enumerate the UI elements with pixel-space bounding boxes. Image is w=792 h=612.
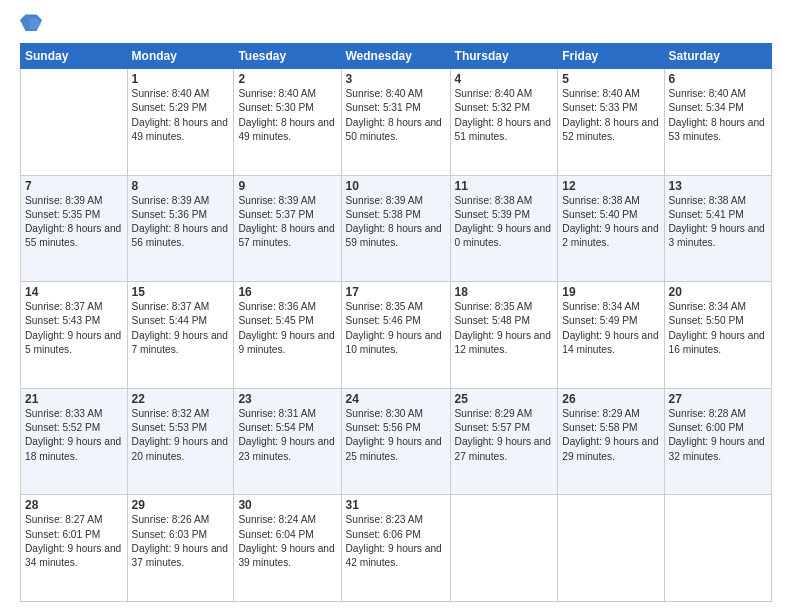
day-info: Sunrise: 8:31 AM Sunset: 5:54 PM Dayligh… — [238, 407, 336, 464]
sunset-text: Sunset: 5:43 PM — [25, 315, 100, 326]
sunset-text: Sunset: 5:41 PM — [669, 209, 744, 220]
sunset-text: Sunset: 5:53 PM — [132, 422, 207, 433]
day-info: Sunrise: 8:39 AM Sunset: 5:35 PM Dayligh… — [25, 194, 123, 251]
daylight-text: Daylight: 9 hours and 2 minutes. — [562, 223, 658, 248]
header — [20, 15, 772, 35]
sunset-text: Sunset: 5:58 PM — [562, 422, 637, 433]
daylight-text: Daylight: 9 hours and 0 minutes. — [455, 223, 551, 248]
day-number: 4 — [455, 72, 554, 86]
day-number: 25 — [455, 392, 554, 406]
daylight-text: Daylight: 9 hours and 27 minutes. — [455, 436, 551, 461]
calendar-day-cell: 12 Sunrise: 8:38 AM Sunset: 5:40 PM Dayl… — [558, 175, 664, 282]
weekday-header: Saturday — [664, 44, 772, 69]
sunrise-text: Sunrise: 8:39 AM — [346, 195, 424, 206]
calendar-day-cell: 28 Sunrise: 8:27 AM Sunset: 6:01 PM Dayl… — [21, 495, 128, 602]
calendar-day-cell: 21 Sunrise: 8:33 AM Sunset: 5:52 PM Dayl… — [21, 388, 128, 495]
calendar-day-cell: 26 Sunrise: 8:29 AM Sunset: 5:58 PM Dayl… — [558, 388, 664, 495]
day-info: Sunrise: 8:29 AM Sunset: 5:58 PM Dayligh… — [562, 407, 659, 464]
daylight-text: Daylight: 8 hours and 53 minutes. — [669, 117, 765, 142]
day-number: 2 — [238, 72, 336, 86]
calendar-day-cell: 2 Sunrise: 8:40 AM Sunset: 5:30 PM Dayli… — [234, 69, 341, 176]
day-info: Sunrise: 8:34 AM Sunset: 5:49 PM Dayligh… — [562, 300, 659, 357]
day-info: Sunrise: 8:37 AM Sunset: 5:43 PM Dayligh… — [25, 300, 123, 357]
calendar-day-cell: 8 Sunrise: 8:39 AM Sunset: 5:36 PM Dayli… — [127, 175, 234, 282]
daylight-text: Daylight: 9 hours and 10 minutes. — [346, 330, 442, 355]
sunset-text: Sunset: 5:33 PM — [562, 102, 637, 113]
day-info: Sunrise: 8:27 AM Sunset: 6:01 PM Dayligh… — [25, 513, 123, 570]
day-number: 29 — [132, 498, 230, 512]
calendar-day-cell: 25 Sunrise: 8:29 AM Sunset: 5:57 PM Dayl… — [450, 388, 558, 495]
sunrise-text: Sunrise: 8:27 AM — [25, 514, 103, 525]
day-info: Sunrise: 8:30 AM Sunset: 5:56 PM Dayligh… — [346, 407, 446, 464]
sunrise-text: Sunrise: 8:39 AM — [25, 195, 103, 206]
calendar-day-cell: 22 Sunrise: 8:32 AM Sunset: 5:53 PM Dayl… — [127, 388, 234, 495]
day-info: Sunrise: 8:33 AM Sunset: 5:52 PM Dayligh… — [25, 407, 123, 464]
calendar-day-cell: 15 Sunrise: 8:37 AM Sunset: 5:44 PM Dayl… — [127, 282, 234, 389]
sunrise-text: Sunrise: 8:40 AM — [455, 88, 533, 99]
day-number: 18 — [455, 285, 554, 299]
sunset-text: Sunset: 5:52 PM — [25, 422, 100, 433]
sunset-text: Sunset: 5:40 PM — [562, 209, 637, 220]
sunrise-text: Sunrise: 8:39 AM — [238, 195, 316, 206]
daylight-text: Daylight: 9 hours and 32 minutes. — [669, 436, 765, 461]
day-number: 26 — [562, 392, 659, 406]
sunrise-text: Sunrise: 8:26 AM — [132, 514, 210, 525]
day-number: 30 — [238, 498, 336, 512]
sunrise-text: Sunrise: 8:33 AM — [25, 408, 103, 419]
sunrise-text: Sunrise: 8:40 AM — [562, 88, 640, 99]
page: SundayMondayTuesdayWednesdayThursdayFrid… — [0, 0, 792, 612]
day-number: 9 — [238, 179, 336, 193]
sunset-text: Sunset: 6:06 PM — [346, 529, 421, 540]
daylight-text: Daylight: 8 hours and 57 minutes. — [238, 223, 334, 248]
sunset-text: Sunset: 6:00 PM — [669, 422, 744, 433]
daylight-text: Daylight: 9 hours and 20 minutes. — [132, 436, 228, 461]
day-number: 15 — [132, 285, 230, 299]
day-number: 22 — [132, 392, 230, 406]
logo-icon — [20, 13, 42, 35]
calendar-header-row: SundayMondayTuesdayWednesdayThursdayFrid… — [21, 44, 772, 69]
day-number: 3 — [346, 72, 446, 86]
logo — [20, 15, 44, 35]
day-info: Sunrise: 8:38 AM Sunset: 5:40 PM Dayligh… — [562, 194, 659, 251]
day-info: Sunrise: 8:36 AM Sunset: 5:45 PM Dayligh… — [238, 300, 336, 357]
sunrise-text: Sunrise: 8:40 AM — [669, 88, 747, 99]
daylight-text: Daylight: 9 hours and 5 minutes. — [25, 330, 121, 355]
day-number: 8 — [132, 179, 230, 193]
calendar-day-cell: 31 Sunrise: 8:23 AM Sunset: 6:06 PM Dayl… — [341, 495, 450, 602]
daylight-text: Daylight: 9 hours and 25 minutes. — [346, 436, 442, 461]
calendar-day-cell: 24 Sunrise: 8:30 AM Sunset: 5:56 PM Dayl… — [341, 388, 450, 495]
sunset-text: Sunset: 5:57 PM — [455, 422, 530, 433]
sunrise-text: Sunrise: 8:29 AM — [455, 408, 533, 419]
day-number: 19 — [562, 285, 659, 299]
calendar-day-cell: 7 Sunrise: 8:39 AM Sunset: 5:35 PM Dayli… — [21, 175, 128, 282]
sunset-text: Sunset: 5:29 PM — [132, 102, 207, 113]
day-number: 17 — [346, 285, 446, 299]
daylight-text: Daylight: 8 hours and 49 minutes. — [132, 117, 228, 142]
sunrise-text: Sunrise: 8:38 AM — [455, 195, 533, 206]
sunset-text: Sunset: 5:31 PM — [346, 102, 421, 113]
sunset-text: Sunset: 5:37 PM — [238, 209, 313, 220]
calendar-week-row: 21 Sunrise: 8:33 AM Sunset: 5:52 PM Dayl… — [21, 388, 772, 495]
sunset-text: Sunset: 5:32 PM — [455, 102, 530, 113]
day-info: Sunrise: 8:39 AM Sunset: 5:36 PM Dayligh… — [132, 194, 230, 251]
day-info: Sunrise: 8:40 AM Sunset: 5:30 PM Dayligh… — [238, 87, 336, 144]
day-number: 27 — [669, 392, 768, 406]
day-number: 31 — [346, 498, 446, 512]
calendar-day-cell: 17 Sunrise: 8:35 AM Sunset: 5:46 PM Dayl… — [341, 282, 450, 389]
daylight-text: Daylight: 9 hours and 12 minutes. — [455, 330, 551, 355]
day-info: Sunrise: 8:32 AM Sunset: 5:53 PM Dayligh… — [132, 407, 230, 464]
day-info: Sunrise: 8:35 AM Sunset: 5:46 PM Dayligh… — [346, 300, 446, 357]
daylight-text: Daylight: 9 hours and 16 minutes. — [669, 330, 765, 355]
sunset-text: Sunset: 5:46 PM — [346, 315, 421, 326]
sunset-text: Sunset: 5:56 PM — [346, 422, 421, 433]
daylight-text: Daylight: 9 hours and 3 minutes. — [669, 223, 765, 248]
calendar-day-cell: 10 Sunrise: 8:39 AM Sunset: 5:38 PM Dayl… — [341, 175, 450, 282]
calendar-week-row: 1 Sunrise: 8:40 AM Sunset: 5:29 PM Dayli… — [21, 69, 772, 176]
sunrise-text: Sunrise: 8:31 AM — [238, 408, 316, 419]
weekday-header: Tuesday — [234, 44, 341, 69]
daylight-text: Daylight: 9 hours and 23 minutes. — [238, 436, 334, 461]
sunset-text: Sunset: 5:48 PM — [455, 315, 530, 326]
daylight-text: Daylight: 8 hours and 59 minutes. — [346, 223, 442, 248]
calendar-day-cell — [558, 495, 664, 602]
weekday-header: Wednesday — [341, 44, 450, 69]
